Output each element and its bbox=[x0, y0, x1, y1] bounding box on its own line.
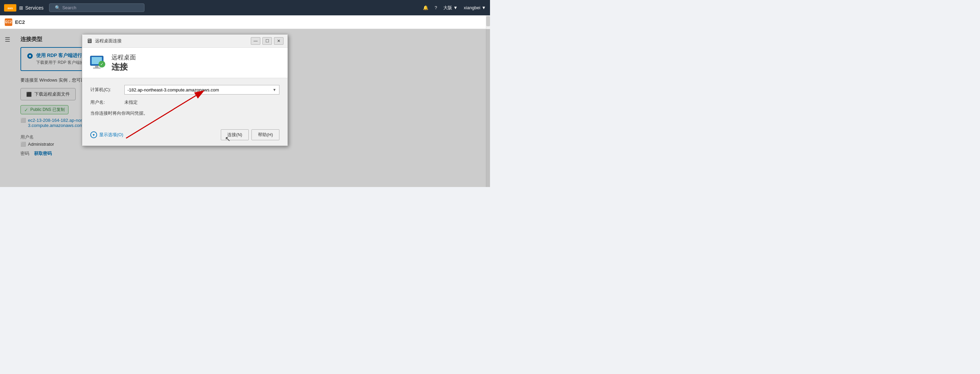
minimize-button[interactable]: — bbox=[251, 37, 260, 45]
rdp-footer-row: ▼ 显示选项(O) 连接(N) 帮助(H) bbox=[90, 129, 279, 140]
help-button[interactable]: 帮助(H) bbox=[251, 129, 279, 140]
rdp-title-icon: 🖥 bbox=[86, 38, 92, 45]
maximize-button[interactable]: ☐ bbox=[262, 37, 272, 45]
rdp-dialog: 🖥 远程桌面连接 — ☐ ✕ bbox=[82, 34, 288, 146]
rdp-button-group: 连接(N) 帮助(H) bbox=[221, 129, 279, 140]
rdp-monitor-icon: ✓ bbox=[89, 55, 106, 70]
help-icon[interactable]: ? bbox=[434, 5, 437, 10]
connect-button[interactable]: 连接(N) bbox=[221, 129, 249, 140]
computer-field-row: 计算机(C): -182.ap-northeast-3.compute.amaz… bbox=[90, 85, 279, 94]
grid-icon: ⊞ bbox=[19, 5, 23, 11]
computer-value: -182.ap-northeast-3.compute.amazonaws.co… bbox=[127, 87, 219, 93]
search-bar[interactable]: 🔍 Search bbox=[49, 3, 145, 12]
ec2-bar: EC2 EC2 bbox=[0, 15, 490, 29]
svg-text:aws: aws bbox=[8, 6, 13, 10]
username-field-value: 未指定 bbox=[124, 99, 138, 105]
search-placeholder: Search bbox=[62, 5, 76, 10]
svg-rect-4 bbox=[95, 66, 99, 67]
notification-icon[interactable]: 🔔 bbox=[423, 5, 428, 10]
rdp-titlebar: 🖥 远程桌面连接 — ☐ ✕ bbox=[82, 34, 288, 48]
username-field-control: 未指定 bbox=[124, 99, 279, 105]
svg-text:✓: ✓ bbox=[100, 62, 103, 67]
search-icon: 🔍 bbox=[55, 5, 60, 10]
computer-select[interactable]: -182.ap-northeast-3.compute.amazonaws.co… bbox=[124, 85, 279, 94]
rdp-header-subtitle: 连接 bbox=[111, 61, 136, 72]
rdp-header-title: 远程桌面 bbox=[111, 53, 136, 61]
nav-right: 🔔 ? 大阪 ▼ xiangbei ▼ bbox=[423, 5, 486, 11]
svg-rect-5 bbox=[93, 67, 100, 69]
services-label: Services bbox=[25, 5, 44, 11]
username-field-row: 用户名: 未指定 bbox=[90, 99, 279, 105]
rdp-header: ✓ 远程桌面 连接 bbox=[82, 48, 288, 78]
region-selector[interactable]: 大阪 ▼ bbox=[443, 5, 458, 11]
top-navigation: aws ⊞ Services 🔍 Search 🔔 ? 大阪 ▼ xiangbe… bbox=[0, 0, 490, 15]
rdp-info-text: 当你连接时将向你询问凭据。 bbox=[90, 110, 279, 117]
aws-logo: aws bbox=[4, 2, 16, 14]
main-content: ☰ 连接类型 使用 RDP 客户端进行连接 下载要用于 RDP 客户端的文件并找… bbox=[0, 29, 490, 187]
ec2-service-icon: EC2 bbox=[5, 18, 12, 26]
ec2-label: EC2 bbox=[15, 19, 25, 25]
rdp-title-controls: — ☐ ✕ bbox=[251, 37, 283, 45]
username-field-label: 用户名: bbox=[90, 99, 124, 105]
rdp-title-text: 远程桌面连接 bbox=[95, 38, 248, 44]
show-options-label: 显示选项(O) bbox=[99, 132, 123, 138]
scrollbar-thumb bbox=[486, 16, 490, 26]
computer-field-control: -182.ap-northeast-3.compute.amazonaws.co… bbox=[124, 85, 279, 94]
options-dropdown-icon: ▼ bbox=[90, 131, 97, 138]
computer-label: 计算机(C): bbox=[90, 87, 124, 93]
rdp-footer: ▼ 显示选项(O) 连接(N) 帮助(H) bbox=[82, 129, 288, 146]
show-options-toggle[interactable]: ▼ 显示选项(O) bbox=[90, 131, 123, 138]
user-menu[interactable]: xiangbei ▼ bbox=[464, 5, 486, 10]
close-button[interactable]: ✕ bbox=[274, 37, 283, 45]
rdp-body: 计算机(C): -182.ap-northeast-3.compute.amaz… bbox=[82, 78, 288, 129]
dropdown-arrow-icon: ▼ bbox=[273, 88, 276, 92]
services-menu[interactable]: ⊞ Services bbox=[19, 5, 44, 11]
rdp-header-text: 远程桌面 连接 bbox=[111, 53, 136, 72]
